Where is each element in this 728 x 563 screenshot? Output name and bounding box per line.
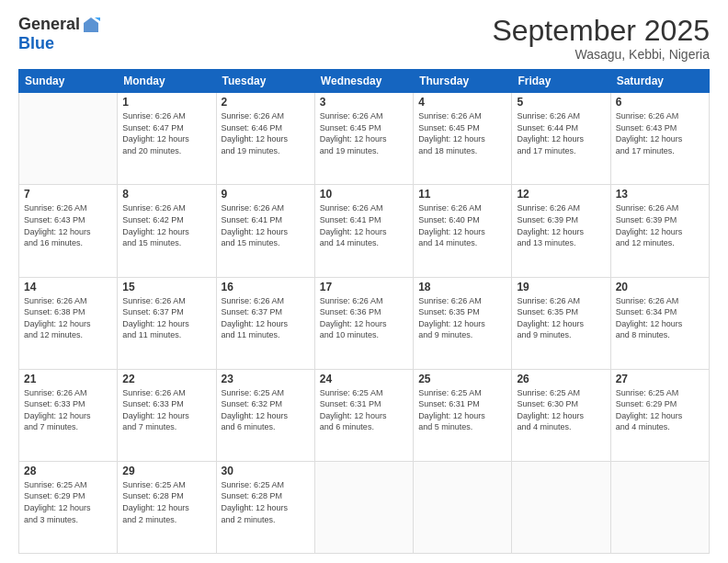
day-number: 5 [517, 96, 605, 109]
day-number: 1 [122, 96, 210, 109]
calendar-cell: 6Sunrise: 6:26 AM Sunset: 6:43 PM Daylig… [610, 93, 709, 185]
calendar-cell: 12Sunrise: 6:26 AM Sunset: 6:39 PM Dayli… [512, 185, 610, 277]
calendar-cell: 28Sunrise: 6:25 AM Sunset: 6:29 PM Dayli… [19, 461, 118, 553]
day-info: Sunrise: 6:25 AM Sunset: 6:28 PM Dayligh… [122, 479, 210, 525]
day-number: 20 [616, 281, 704, 293]
calendar-cell: 24Sunrise: 6:25 AM Sunset: 6:31 PM Dayli… [314, 369, 413, 461]
month-title: September 2025 [492, 15, 710, 47]
weekday-header-saturday: Saturday [610, 70, 709, 93]
calendar-cell: 27Sunrise: 6:25 AM Sunset: 6:29 PM Dayli… [610, 369, 709, 461]
logo-icon [82, 16, 100, 34]
day-info: Sunrise: 6:26 AM Sunset: 6:44 PM Dayligh… [517, 110, 605, 156]
day-number: 2 [222, 96, 310, 109]
calendar-cell: 9Sunrise: 6:26 AM Sunset: 6:41 PM Daylig… [216, 185, 314, 277]
day-info: Sunrise: 6:25 AM Sunset: 6:30 PM Dayligh… [517, 387, 605, 433]
day-number: 28 [24, 465, 112, 477]
day-number: 18 [418, 281, 506, 293]
day-number: 25 [418, 373, 506, 385]
day-number: 26 [517, 373, 605, 385]
day-number: 3 [320, 96, 408, 109]
day-info: Sunrise: 6:26 AM Sunset: 6:37 PM Dayligh… [222, 295, 310, 341]
week-row-3: 14Sunrise: 6:26 AM Sunset: 6:38 PM Dayli… [19, 277, 710, 369]
day-info: Sunrise: 6:26 AM Sunset: 6:33 PM Dayligh… [24, 387, 112, 433]
day-number: 14 [24, 281, 112, 293]
calendar-cell: 20Sunrise: 6:26 AM Sunset: 6:34 PM Dayli… [610, 277, 709, 369]
day-number: 23 [222, 373, 310, 385]
day-info: Sunrise: 6:26 AM Sunset: 6:38 PM Dayligh… [24, 295, 112, 341]
calendar-cell: 1Sunrise: 6:26 AM Sunset: 6:47 PM Daylig… [118, 93, 216, 185]
calendar-cell: 13Sunrise: 6:26 AM Sunset: 6:39 PM Dayli… [610, 185, 709, 277]
day-info: Sunrise: 6:26 AM Sunset: 6:45 PM Dayligh… [418, 110, 506, 156]
weekday-header-friday: Friday [512, 70, 610, 93]
calendar-cell: 30Sunrise: 6:25 AM Sunset: 6:28 PM Dayli… [216, 461, 314, 553]
week-row-1: 1Sunrise: 6:26 AM Sunset: 6:47 PM Daylig… [19, 93, 710, 185]
calendar-cell: 14Sunrise: 6:26 AM Sunset: 6:38 PM Dayli… [19, 277, 118, 369]
day-info: Sunrise: 6:25 AM Sunset: 6:29 PM Dayligh… [616, 387, 704, 433]
day-number: 6 [616, 96, 704, 109]
calendar-cell: 23Sunrise: 6:25 AM Sunset: 6:32 PM Dayli… [216, 369, 314, 461]
week-row-2: 7Sunrise: 6:26 AM Sunset: 6:43 PM Daylig… [19, 185, 710, 277]
day-number: 30 [222, 465, 310, 477]
day-info: Sunrise: 6:26 AM Sunset: 6:36 PM Dayligh… [320, 295, 408, 341]
calendar-cell: 11Sunrise: 6:26 AM Sunset: 6:40 PM Dayli… [414, 185, 512, 277]
day-number: 19 [517, 281, 605, 293]
day-info: Sunrise: 6:25 AM Sunset: 6:31 PM Dayligh… [320, 387, 408, 433]
calendar-cell: 25Sunrise: 6:25 AM Sunset: 6:31 PM Dayli… [414, 369, 512, 461]
day-number: 13 [616, 188, 704, 201]
calendar-cell: 17Sunrise: 6:26 AM Sunset: 6:36 PM Dayli… [314, 277, 413, 369]
weekday-header-wednesday: Wednesday [314, 70, 413, 93]
location: Wasagu, Kebbi, Nigeria [492, 47, 710, 62]
day-info: Sunrise: 6:26 AM Sunset: 6:40 PM Dayligh… [418, 202, 506, 248]
day-info: Sunrise: 6:25 AM Sunset: 6:28 PM Dayligh… [222, 479, 310, 525]
day-number: 12 [517, 188, 605, 201]
title-section: September 2025 Wasagu, Kebbi, Nigeria [492, 15, 710, 62]
calendar-cell: 2Sunrise: 6:26 AM Sunset: 6:46 PM Daylig… [216, 93, 314, 185]
day-info: Sunrise: 6:26 AM Sunset: 6:45 PM Dayligh… [320, 110, 408, 156]
header: General Blue September 2025 Wasagu, Kebb… [18, 15, 710, 62]
day-number: 7 [24, 188, 112, 201]
calendar-cell: 26Sunrise: 6:25 AM Sunset: 6:30 PM Dayli… [512, 369, 610, 461]
day-number: 10 [320, 188, 408, 201]
day-info: Sunrise: 6:26 AM Sunset: 6:46 PM Dayligh… [222, 110, 310, 156]
day-info: Sunrise: 6:26 AM Sunset: 6:33 PM Dayligh… [122, 387, 210, 433]
day-info: Sunrise: 6:26 AM Sunset: 6:37 PM Dayligh… [122, 295, 210, 341]
calendar-cell: 3Sunrise: 6:26 AM Sunset: 6:45 PM Daylig… [314, 93, 413, 185]
calendar-cell: 10Sunrise: 6:26 AM Sunset: 6:41 PM Dayli… [314, 185, 413, 277]
calendar-cell [314, 461, 413, 553]
calendar-cell: 7Sunrise: 6:26 AM Sunset: 6:43 PM Daylig… [19, 185, 118, 277]
calendar-cell [414, 461, 512, 553]
day-number: 11 [418, 188, 506, 201]
day-number: 8 [122, 188, 210, 201]
day-info: Sunrise: 6:26 AM Sunset: 6:41 PM Dayligh… [320, 202, 408, 248]
day-info: Sunrise: 6:26 AM Sunset: 6:34 PM Dayligh… [616, 295, 704, 341]
logo-blue-text: Blue [18, 34, 54, 53]
day-number: 4 [418, 96, 506, 109]
day-info: Sunrise: 6:26 AM Sunset: 6:35 PM Dayligh… [517, 295, 605, 341]
calendar-cell [610, 461, 709, 553]
day-number: 9 [222, 188, 310, 201]
week-row-5: 28Sunrise: 6:25 AM Sunset: 6:29 PM Dayli… [19, 461, 710, 553]
day-info: Sunrise: 6:25 AM Sunset: 6:31 PM Dayligh… [418, 387, 506, 433]
calendar-cell: 4Sunrise: 6:26 AM Sunset: 6:45 PM Daylig… [414, 93, 512, 185]
calendar-cell: 5Sunrise: 6:26 AM Sunset: 6:44 PM Daylig… [512, 93, 610, 185]
weekday-header-monday: Monday [118, 70, 216, 93]
calendar-table: SundayMondayTuesdayWednesdayThursdayFrid… [18, 69, 710, 554]
day-info: Sunrise: 6:26 AM Sunset: 6:39 PM Dayligh… [616, 202, 704, 248]
day-number: 27 [616, 373, 704, 385]
day-info: Sunrise: 6:25 AM Sunset: 6:29 PM Dayligh… [24, 479, 112, 525]
calendar-cell: 16Sunrise: 6:26 AM Sunset: 6:37 PM Dayli… [216, 277, 314, 369]
day-number: 24 [320, 373, 408, 385]
day-info: Sunrise: 6:26 AM Sunset: 6:39 PM Dayligh… [517, 202, 605, 248]
calendar-cell: 15Sunrise: 6:26 AM Sunset: 6:37 PM Dayli… [118, 277, 216, 369]
day-number: 15 [122, 281, 210, 293]
weekday-header-row: SundayMondayTuesdayWednesdayThursdayFrid… [19, 70, 710, 93]
day-number: 29 [122, 465, 210, 477]
calendar-cell: 18Sunrise: 6:26 AM Sunset: 6:35 PM Dayli… [414, 277, 512, 369]
calendar-cell: 21Sunrise: 6:26 AM Sunset: 6:33 PM Dayli… [19, 369, 118, 461]
day-number: 16 [222, 281, 310, 293]
week-row-4: 21Sunrise: 6:26 AM Sunset: 6:33 PM Dayli… [19, 369, 710, 461]
weekday-header-sunday: Sunday [19, 70, 118, 93]
day-info: Sunrise: 6:26 AM Sunset: 6:43 PM Dayligh… [24, 202, 112, 248]
calendar-cell: 29Sunrise: 6:25 AM Sunset: 6:28 PM Dayli… [118, 461, 216, 553]
day-info: Sunrise: 6:26 AM Sunset: 6:41 PM Dayligh… [222, 202, 310, 248]
